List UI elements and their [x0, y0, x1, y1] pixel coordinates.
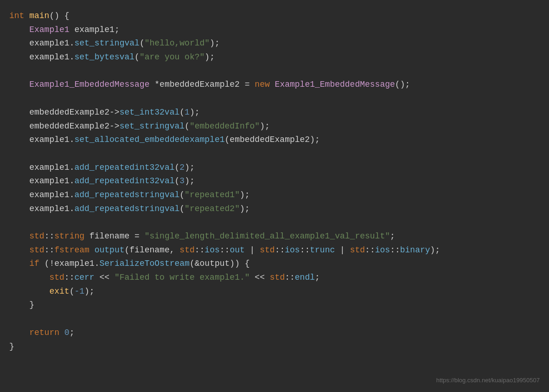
- code-line-3: example1.set_stringval("hello,world");: [9, 37, 535, 51]
- code-line-23: [9, 312, 535, 326]
- code-line-9: embeddedExample2->set_stringval("embedde…: [9, 120, 535, 134]
- code-line-10: example1.set_allocated_embeddedexample1(…: [9, 133, 535, 147]
- code-line-12: example1.add_repeatedint32val(2);: [9, 161, 535, 175]
- code-line-2: Example1 example1;: [9, 23, 535, 37]
- code-line-16: [9, 216, 535, 230]
- code-line-25: }: [9, 340, 535, 354]
- code-line-5: [9, 64, 535, 78]
- code-container: int main() { Example1 example1; example1…: [0, 0, 549, 392]
- code-line-15: example1.add_repeatedstringval("repeated…: [9, 202, 535, 216]
- code-line-17: std::string filename = "single_length_de…: [9, 230, 535, 244]
- code-line-7: [9, 92, 535, 106]
- code-line-24: return 0;: [9, 326, 535, 340]
- code-line-8: embeddedExample2->set_int32val(1);: [9, 106, 535, 120]
- watermark: https://blog.csdn.net/kuaipao19950507: [436, 376, 540, 386]
- code-line-21: exit(-1);: [9, 285, 535, 299]
- code-line-6: Example1_EmbeddedMessage *embeddedExampl…: [9, 78, 535, 92]
- code-line-22: }: [9, 298, 535, 312]
- code-line-14: example1.add_repeatedstringval("repeated…: [9, 188, 535, 202]
- code-line-20: std::cerr << "Failed to write example1."…: [9, 271, 535, 285]
- code-line-13: example1.add_repeatedint32val(3);: [9, 174, 535, 188]
- code-line-11: [9, 147, 535, 161]
- code-line-19: if (!example1.SerializeToOstream(&output…: [9, 257, 535, 271]
- code-line-1: int main() {: [9, 9, 535, 23]
- code-line-4: example1.set_bytesval("are you ok?");: [9, 51, 535, 64]
- code-line-18: std::fstream output(filename, std::ios::…: [9, 244, 535, 257]
